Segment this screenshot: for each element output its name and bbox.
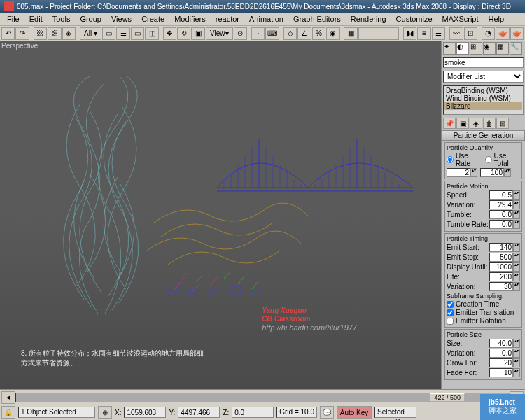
menu-maxscript[interactable]: MAXScript	[438, 14, 483, 24]
rollout-particle-generation[interactable]: Particle Generation	[442, 130, 525, 141]
autokey-button[interactable]: Auto Key	[337, 406, 372, 419]
menu-modifiers[interactable]: Modifiers	[170, 14, 210, 24]
tumble-rate-spinner[interactable]: ▴▾	[489, 220, 520, 229]
absolute-button[interactable]: ⊕	[98, 406, 112, 419]
menu-grapheditors[interactable]: Graph Editors	[289, 14, 345, 24]
lock-button[interactable]: 🔒	[1, 406, 15, 419]
debris-particles	[140, 181, 322, 307]
undo-button[interactable]: ↶	[1, 27, 15, 40]
keymode-dropdown[interactable]: Selected	[374, 407, 416, 418]
emit-stop-spinner[interactable]: ▴▾	[489, 253, 520, 262]
modify-tab[interactable]: ◐	[456, 42, 469, 55]
use-rate-radio[interactable]: Use Rate	[447, 152, 482, 167]
create-tab[interactable]: ✦	[443, 42, 456, 55]
manipulate-button[interactable]: ⋮	[251, 27, 265, 40]
modifier-list-dropdown[interactable]: Modifier List	[443, 71, 524, 83]
hierarchy-tab[interactable]: ⊞	[470, 42, 482, 55]
use-total-radio[interactable]: Use Total	[485, 152, 520, 167]
schematic-button[interactable]: ⊡	[464, 27, 477, 40]
object-name-input[interactable]	[443, 57, 524, 68]
menu-create[interactable]: Create	[137, 14, 169, 24]
unique-button[interactable]: ◈	[470, 118, 482, 129]
size-spinner[interactable]: ▴▾	[489, 339, 520, 348]
layers-button[interactable]: ☰	[432, 27, 445, 40]
variation-spinner[interactable]: ▴▾	[489, 200, 520, 209]
menu-file[interactable]: File	[3, 14, 24, 24]
render-scene-button[interactable]: 🫖	[496, 27, 509, 40]
menu-rendering[interactable]: Rendering	[346, 14, 391, 24]
menu-help[interactable]: Help	[484, 14, 509, 24]
timeline-thumb[interactable]: 422 / 500	[430, 393, 465, 402]
stack-item[interactable]: Wind Binding (WSM)	[444, 94, 522, 102]
snap-button[interactable]: ◇	[284, 27, 297, 40]
menu-animation[interactable]: Animation	[245, 14, 288, 24]
x-coord-input[interactable]	[124, 407, 166, 418]
angle-snap-button[interactable]: ∠	[298, 27, 311, 40]
tumble-spinner[interactable]: ▴▾	[489, 210, 520, 219]
stack-item[interactable]: DragBinding (WSM)	[444, 87, 522, 94]
menu-bar[interactable]: File Edit Tools Group Views Create Modif…	[0, 13, 525, 25]
remove-mod-button[interactable]: 🗑	[483, 118, 496, 129]
motion-tab[interactable]: ◉	[483, 42, 496, 55]
y-coord-input[interactable]	[178, 407, 220, 418]
pin-stack-button[interactable]: 📌	[443, 118, 456, 129]
unlink-button[interactable]: ⛓	[48, 27, 61, 40]
creation-time-check[interactable]: Creation Time	[447, 300, 520, 308]
selection-filter[interactable]: All ▾	[80, 27, 102, 40]
show-result-button[interactable]: ▣	[456, 118, 469, 129]
stack-item-selected[interactable]: Blizzard	[444, 102, 522, 110]
align-button[interactable]: ≡	[417, 27, 430, 40]
percent-snap-button[interactable]: %	[312, 27, 326, 40]
life-spinner[interactable]: ▴▾	[489, 272, 520, 281]
perspective-viewport[interactable]: Perspective Yang Xueguo CG Classroom htt…	[0, 41, 441, 389]
variation3-spinner[interactable]: ▴▾	[489, 349, 520, 358]
variation2-spinner[interactable]: ▴▾	[489, 282, 520, 291]
select-button[interactable]: ▭	[102, 27, 115, 40]
rate-spinner[interactable]: ▴▾	[447, 168, 477, 177]
utilities-tab[interactable]: 🔧	[510, 42, 522, 55]
material-button[interactable]: ◔	[482, 27, 495, 40]
move-button[interactable]: ✥	[163, 27, 176, 40]
select-region-button[interactable]: ▭	[131, 27, 144, 40]
menu-edit[interactable]: Edit	[25, 14, 47, 24]
command-panel: ✦ ◐ ⊞ ◉ ▦ 🔧 Modifier List DragBinding (W…	[441, 41, 525, 389]
named-sel-button[interactable]: ▦	[344, 27, 357, 40]
rotate-button[interactable]: ↻	[177, 27, 190, 40]
window-crossing-button[interactable]: ◫	[145, 27, 158, 40]
configure-button[interactable]: ⊞	[496, 118, 509, 129]
communicator-button[interactable]: 💬	[320, 406, 334, 419]
fade-for-spinner[interactable]: ▴▾	[489, 368, 520, 377]
speed-spinner[interactable]: ▴▾	[489, 190, 520, 200]
total-spinner[interactable]: ▴▾	[480, 168, 511, 177]
emitter-trans-check[interactable]: Emitter Translation	[447, 309, 520, 316]
curve-editor-button[interactable]: 〰	[449, 27, 463, 40]
pivot-button[interactable]: ⊙	[234, 27, 247, 40]
timeline-slider[interactable]: 422 / 500	[15, 393, 510, 402]
refcoord-dropdown[interactable]: View▾	[206, 27, 233, 40]
select-name-button[interactable]: ☰	[116, 27, 130, 40]
link-button[interactable]: ⛓	[34, 27, 47, 40]
display-until-spinner[interactable]: ▴▾	[489, 262, 520, 272]
display-tab[interactable]: ▦	[496, 42, 509, 55]
menu-views[interactable]: Views	[107, 14, 136, 24]
menu-reactor[interactable]: reactor	[211, 14, 244, 24]
menu-customize[interactable]: Customize	[392, 14, 437, 24]
redo-button[interactable]: ↷	[15, 27, 29, 40]
emitter-rot-check[interactable]: Emitter Rotation	[447, 317, 520, 325]
mirror-button[interactable]: ◗◖	[403, 27, 416, 40]
app-icon	[4, 1, 14, 11]
modifier-stack[interactable]: DragBinding (WSM) Wind Binding (WSM) Bli…	[443, 85, 524, 115]
z-coord-input[interactable]	[232, 407, 274, 418]
emit-start-spinner[interactable]: ▴▾	[489, 243, 520, 252]
named-sel-dropdown[interactable]	[358, 27, 399, 40]
keyboard-button[interactable]: ⌨	[265, 27, 279, 40]
spinner-snap-button[interactable]: ◉	[326, 27, 340, 40]
time-slider[interactable]: ◄ 422 / 500 ►	[0, 389, 525, 405]
menu-tools[interactable]: Tools	[48, 14, 75, 24]
prev-frame-button[interactable]: ◄	[1, 391, 15, 404]
scale-button[interactable]: ▣	[191, 27, 204, 40]
menu-group[interactable]: Group	[76, 14, 106, 24]
bind-button[interactable]: ◈	[62, 27, 76, 40]
grow-for-spinner[interactable]: ▴▾	[489, 358, 520, 368]
quick-render-button[interactable]: 🫖	[510, 27, 524, 40]
